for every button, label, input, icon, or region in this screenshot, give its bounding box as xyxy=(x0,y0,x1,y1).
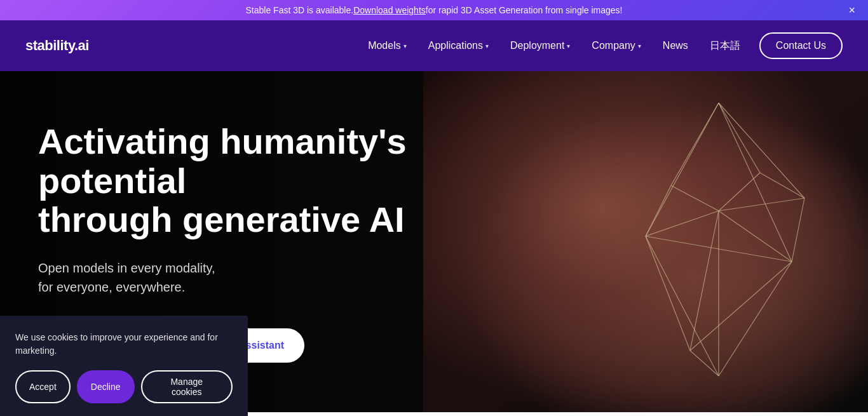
cookie-buttons: Accept Decline Manage cookies xyxy=(15,370,233,403)
svg-line-10 xyxy=(719,211,792,262)
chevron-down-icon: ▾ xyxy=(403,43,407,50)
nav-contact-button[interactable]: Contact Us xyxy=(759,32,843,59)
announcement-text: Stable Fast 3D is available. xyxy=(246,5,354,15)
svg-line-6 xyxy=(719,198,804,211)
nav-link-news[interactable]: News xyxy=(654,35,697,57)
chevron-down-icon: ▾ xyxy=(485,43,489,50)
svg-line-19 xyxy=(690,351,719,376)
svg-line-0 xyxy=(719,103,804,198)
svg-line-4 xyxy=(719,103,792,262)
nav-item-contact[interactable]: Contact Us xyxy=(753,32,843,59)
announcement-close-button[interactable]: × xyxy=(848,4,855,16)
svg-line-14 xyxy=(646,236,690,351)
nav-link-company[interactable]: Company ▾ xyxy=(583,35,649,57)
cookie-text: We use cookies to improve your experienc… xyxy=(15,331,233,358)
hero-subtitle: Open models in every modality, for every… xyxy=(38,258,458,297)
nav-links: Models ▾ Applications ▾ Deployment ▾ Com… xyxy=(359,32,843,59)
nav-item-japanese[interactable]: 日本語 xyxy=(701,34,749,58)
site-logo[interactable]: stability.ai xyxy=(25,37,89,54)
nav-item-company[interactable]: Company ▾ xyxy=(583,35,649,57)
svg-line-3 xyxy=(646,103,719,236)
cookie-manage-button[interactable]: Manage cookies xyxy=(141,370,233,403)
nav-item-applications[interactable]: Applications ▾ xyxy=(419,35,498,57)
announcement-link[interactable]: Download weights xyxy=(353,5,426,15)
svg-line-13 xyxy=(719,173,760,211)
svg-line-18 xyxy=(719,262,792,376)
cookie-banner: We use cookies to improve your experienc… xyxy=(0,316,248,416)
nav-item-models[interactable]: Models ▾ xyxy=(359,35,416,57)
cookie-accept-button[interactable]: Accept xyxy=(15,370,71,403)
nav-link-japanese[interactable]: 日本語 xyxy=(701,34,749,58)
chevron-down-icon: ▾ xyxy=(638,43,641,50)
nav-link-applications[interactable]: Applications ▾ xyxy=(419,35,498,57)
hero-title: Activating humanity's potential through … xyxy=(38,122,458,239)
announcement-text-after: for rapid 3D Asset Generation from singl… xyxy=(426,5,623,15)
svg-line-12 xyxy=(760,173,804,198)
nav-item-deployment[interactable]: Deployment ▾ xyxy=(501,35,579,57)
chevron-down-icon: ▾ xyxy=(567,43,570,50)
svg-line-2 xyxy=(719,103,760,173)
svg-line-8 xyxy=(671,185,719,211)
svg-line-5 xyxy=(792,198,804,262)
nav-link-models[interactable]: Models ▾ xyxy=(359,35,416,57)
nav-item-news[interactable]: News xyxy=(654,35,697,57)
nav-link-deployment[interactable]: Deployment ▾ xyxy=(501,35,579,57)
svg-line-17 xyxy=(646,236,719,376)
announcement-bar: Stable Fast 3D is available. Download we… xyxy=(0,0,868,20)
wireframe-graphic xyxy=(607,84,830,401)
main-nav: stability.ai Models ▾ Applications ▾ Dep… xyxy=(0,20,868,71)
cookie-decline-button[interactable]: Decline xyxy=(77,370,135,403)
